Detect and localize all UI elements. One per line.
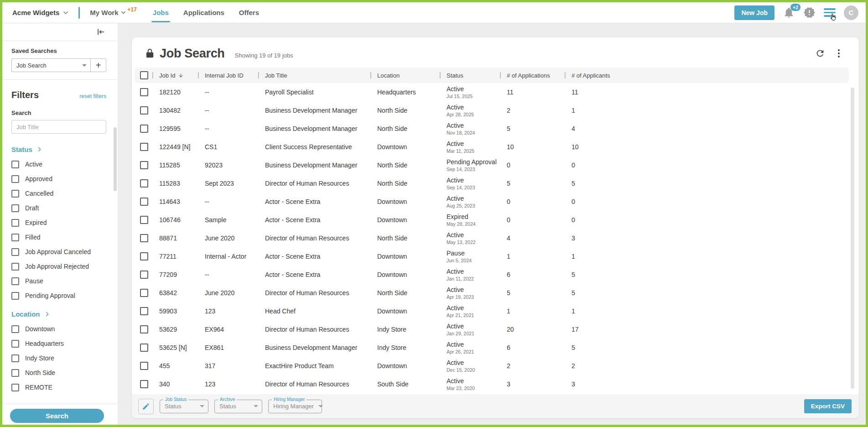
row-checkbox[interactable] (140, 271, 148, 279)
filter-option[interactable]: REMOTE (11, 380, 106, 395)
filter-option[interactable]: Pause (11, 274, 106, 288)
checkbox[interactable] (11, 384, 19, 391)
edit-button[interactable] (138, 399, 154, 414)
checkbox[interactable] (11, 234, 19, 241)
filter-option[interactable]: Draft (11, 201, 106, 215)
filter-option[interactable]: Filled (11, 230, 106, 245)
checkbox[interactable] (11, 219, 19, 227)
table-row[interactable]: 11528592023Business Development ManagerN… (135, 156, 849, 174)
table-row[interactable]: 130482--Business Development ManagerNort… (135, 101, 849, 120)
row-checkbox[interactable] (140, 252, 148, 260)
company-menu[interactable]: Acme Widgets (12, 9, 69, 16)
table-row[interactable]: 122449 [N]CS1Client Success Representati… (135, 138, 849, 156)
more-options-icon[interactable] (838, 49, 840, 57)
collapse-sidebar-icon[interactable] (96, 27, 105, 36)
apply-filters-search-button[interactable]: Search (10, 409, 104, 423)
checkbox[interactable] (11, 161, 19, 168)
filter-option[interactable]: Approved (11, 172, 106, 186)
archive-select[interactable]: Archive Status (214, 400, 262, 413)
applicants-count-cell: 10 (564, 143, 849, 151)
table-row[interactable]: 53629EX964Director of Human ResourcesInd… (135, 320, 849, 338)
filter-option[interactable]: Cancelled (11, 186, 106, 201)
filter-option[interactable]: Job Approval Rejected (11, 259, 106, 274)
alerts-button[interactable] (803, 6, 816, 19)
notifications-button[interactable]: +2 (783, 6, 795, 19)
table-row[interactable]: 63842June 2020Director of Human Resource… (135, 284, 849, 302)
location-section-header[interactable]: Location (11, 310, 106, 318)
column-header-status[interactable]: |Status (439, 72, 499, 79)
filter-option[interactable]: Downtown (11, 322, 106, 336)
table-row[interactable]: 77211Internal - ActorActor - Scene Extra… (135, 247, 849, 266)
tab-my-work[interactable]: My Work +17 (90, 2, 138, 23)
checkbox[interactable] (11, 325, 19, 333)
row-checkbox[interactable] (140, 106, 148, 115)
checkbox[interactable] (11, 369, 19, 377)
tab-jobs[interactable]: Jobs (153, 2, 169, 23)
menu-button[interactable] (824, 8, 836, 17)
table-row[interactable]: 59903123Head ChefDowntownActiveApr 21, 2… (135, 302, 849, 320)
hiring-manager-select[interactable]: Hiring Manager Hiring Manager (268, 400, 322, 413)
table-row[interactable]: 53625 [N]EX861Business Development Manag… (135, 338, 849, 357)
row-checkbox[interactable] (140, 88, 148, 96)
select-all-checkbox[interactable] (140, 71, 148, 79)
table-row[interactable]: 115283Sept 2023Director of Human Resourc… (135, 174, 849, 193)
checkbox[interactable] (11, 292, 19, 300)
column-header-job-id[interactable]: |Job Id (152, 72, 198, 79)
column-header-internal-job-id[interactable]: |Internal Job ID (198, 72, 258, 79)
column-header-location[interactable]: |Location (370, 72, 439, 79)
column-header-applicants[interactable]: |# of Applicants (564, 72, 849, 79)
sidebar-scrollbar[interactable] (114, 127, 117, 191)
table-row[interactable]: 114643--Actor - Scene ExtraDowntownActiv… (135, 193, 849, 211)
table-row[interactable]: 88871June 2020Director of Human Resource… (135, 229, 849, 247)
filter-option[interactable]: Active (11, 157, 106, 172)
filter-option[interactable]: Indy Store (11, 351, 106, 365)
checkbox[interactable] (11, 190, 19, 198)
job-title-search-input[interactable] (11, 120, 106, 134)
row-checkbox[interactable] (140, 325, 148, 333)
filter-option[interactable]: Job Approval Canceled (11, 245, 106, 259)
row-checkbox[interactable] (140, 234, 148, 242)
tab-offers[interactable]: Offers (239, 2, 259, 23)
new-job-button[interactable]: New Job (734, 5, 774, 20)
checkbox[interactable] (11, 204, 19, 212)
table-row[interactable]: 106746SampleActor - Scene ExtraDowntownE… (135, 211, 849, 229)
column-header-applications[interactable]: |# of Applications (499, 72, 564, 79)
checkbox[interactable] (11, 340, 19, 348)
refresh-icon[interactable] (815, 48, 825, 58)
row-checkbox[interactable] (140, 362, 148, 370)
checkbox[interactable] (11, 248, 19, 256)
filter-option[interactable]: Headquarters (11, 336, 106, 351)
table-row[interactable]: 77209--Actor - Scene ExtraDowntownActive… (135, 266, 849, 284)
row-checkbox[interactable] (140, 198, 148, 206)
filter-option[interactable]: Pending Approval (11, 288, 106, 303)
checkbox[interactable] (11, 263, 19, 271)
row-checkbox[interactable] (140, 125, 148, 133)
table-scrollbar[interactable] (851, 88, 854, 389)
row-checkbox[interactable] (140, 161, 148, 169)
row-checkbox[interactable] (140, 344, 148, 352)
table-row[interactable]: 455317ExactHire Product TeamDowntownActi… (135, 357, 849, 375)
row-checkbox[interactable] (140, 143, 148, 151)
checkbox[interactable] (11, 277, 19, 285)
row-checkbox[interactable] (140, 216, 148, 224)
row-checkbox[interactable] (140, 179, 148, 187)
column-header-job-title[interactable]: |Job Title (258, 72, 370, 79)
export-csv-button[interactable]: Export CSV (804, 399, 852, 413)
job-status-select[interactable]: Job Status Status (160, 400, 208, 413)
row-checkbox[interactable] (140, 380, 148, 388)
reset-filters-link[interactable]: reset filters (79, 93, 106, 99)
table-row[interactable]: 340123Director of Human ResourcesSouth S… (135, 375, 849, 393)
table-row[interactable]: 182120--Payroll SpecialistHeadquartersAc… (135, 83, 849, 101)
user-avatar[interactable]: C (844, 5, 858, 20)
filter-option[interactable]: North Side (11, 365, 106, 380)
tab-applications[interactable]: Applications (183, 2, 224, 23)
checkbox[interactable] (11, 175, 19, 183)
saved-search-select[interactable]: Job Search (12, 59, 90, 72)
add-saved-search-button[interactable]: + (90, 59, 106, 72)
filter-option[interactable]: Expired (11, 215, 106, 230)
table-row[interactable]: 129595--Business Development ManagerNort… (135, 120, 849, 138)
row-checkbox[interactable] (140, 289, 148, 297)
row-checkbox[interactable] (140, 307, 148, 315)
checkbox[interactable] (11, 354, 19, 362)
status-section-header[interactable]: Status (11, 146, 106, 153)
